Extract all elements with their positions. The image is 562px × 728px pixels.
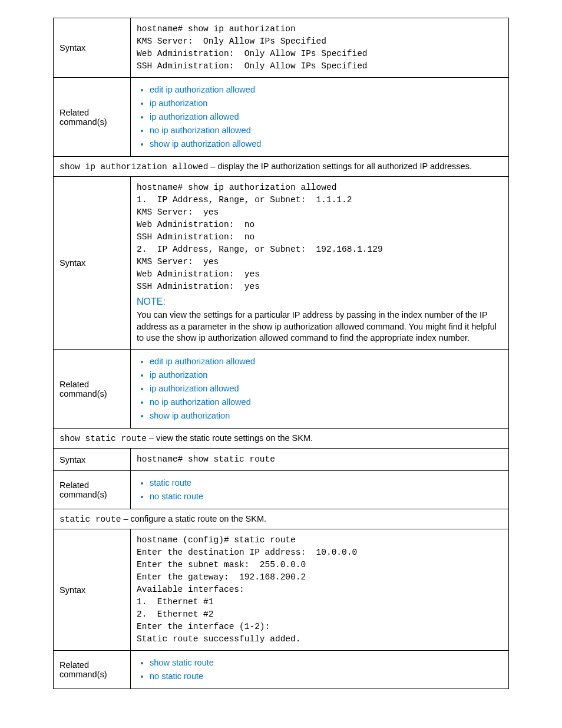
command-link[interactable]: ip authorization allowed bbox=[150, 112, 239, 121]
link-list: edit ip authorization allowed ip authori… bbox=[137, 84, 503, 150]
code-block: hostname (config)# static route Enter th… bbox=[137, 534, 503, 645]
syntax-cell: hostname# show static route bbox=[131, 449, 509, 471]
list-item: static route bbox=[150, 477, 503, 489]
list-item: ip authorization bbox=[150, 369, 503, 381]
related-cell: edit ip authorization allowed ip authori… bbox=[131, 78, 509, 157]
row-label: Related command(s) bbox=[54, 349, 131, 428]
link-list: show static route no static route bbox=[137, 657, 503, 683]
command-link[interactable]: static route bbox=[150, 478, 191, 487]
list-item: show static route bbox=[150, 657, 503, 669]
row-label: Syntax bbox=[54, 18, 131, 78]
related-cell: static route no static route bbox=[131, 471, 509, 509]
note-heading: NOTE: bbox=[137, 297, 503, 307]
link-list: static route no static route bbox=[137, 477, 503, 503]
command-link[interactable]: show static route bbox=[150, 658, 214, 667]
row-label: Related command(s) bbox=[54, 471, 131, 509]
command-link[interactable]: edit ip authorization allowed bbox=[150, 85, 255, 94]
command-desc-text: – display the IP authorization settings … bbox=[208, 162, 472, 171]
table-row: Related command(s) static route no stati… bbox=[54, 471, 509, 509]
command-link[interactable]: ip authorization allowed bbox=[150, 384, 239, 393]
list-item: no ip authorization allowed bbox=[150, 124, 503, 137]
command-link[interactable]: edit ip authorization allowed bbox=[150, 357, 255, 366]
table-row: Syntax hostname# show ip authorization K… bbox=[54, 18, 509, 78]
table-row: show static route – view the static rout… bbox=[54, 429, 509, 449]
syntax-cell: hostname# show ip authorization allowed … bbox=[131, 177, 509, 350]
list-item: edit ip authorization allowed bbox=[150, 84, 503, 96]
syntax-cell: hostname# show ip authorization KMS Serv… bbox=[131, 18, 509, 78]
command-name: static route bbox=[59, 515, 121, 524]
code-block: hostname# show static route bbox=[137, 453, 503, 466]
command-link[interactable]: show ip authorization bbox=[150, 411, 230, 420]
code-block: hostname# show ip authorization allowed … bbox=[137, 182, 503, 293]
command-link[interactable]: ip authorization bbox=[150, 370, 207, 380]
link-list: edit ip authorization allowed ip authori… bbox=[137, 355, 503, 422]
list-item: show ip authorization allowed bbox=[150, 138, 503, 150]
command-description: static route – configure a static route … bbox=[54, 509, 509, 529]
command-name: show static route bbox=[59, 434, 147, 443]
list-item: ip authorization allowed bbox=[150, 111, 503, 123]
table-row: Syntax hostname# show static route bbox=[54, 449, 509, 471]
table-row: Related command(s) edit ip authorization… bbox=[54, 78, 509, 157]
table-row: Related command(s) show static route no … bbox=[54, 651, 509, 689]
command-link[interactable]: no ip authorization allowed bbox=[150, 397, 251, 407]
code-block: hostname# show ip authorization KMS Serv… bbox=[137, 23, 503, 73]
list-item: edit ip authorization allowed bbox=[150, 355, 503, 368]
list-item: no ip authorization allowed bbox=[150, 396, 503, 409]
table-row: Related command(s) edit ip authorization… bbox=[54, 349, 509, 428]
command-description: show ip authorization allowed – display … bbox=[54, 157, 509, 177]
note-body: You can view the settings for a particul… bbox=[137, 309, 503, 344]
command-link[interactable]: no static route bbox=[150, 492, 203, 501]
command-desc-text: – view the static route settings on the … bbox=[147, 433, 313, 443]
command-link[interactable]: no ip authorization allowed bbox=[150, 126, 251, 135]
command-link[interactable]: ip authorization bbox=[150, 98, 207, 108]
table-row: static route – configure a static route … bbox=[54, 509, 509, 529]
command-reference-table: Syntax hostname# show ip authorization K… bbox=[53, 18, 509, 689]
table-row: Syntax hostname (config)# static route E… bbox=[54, 529, 509, 651]
table-row: Syntax hostname# show ip authorization a… bbox=[54, 177, 509, 350]
list-item: show ip authorization bbox=[150, 410, 503, 422]
row-label: Syntax bbox=[54, 177, 131, 350]
list-item: ip authorization bbox=[150, 97, 503, 110]
related-cell: show static route no static route bbox=[131, 651, 509, 689]
command-link[interactable]: no static route bbox=[150, 671, 203, 681]
row-label: Related command(s) bbox=[54, 78, 131, 157]
command-link[interactable]: show ip authorization allowed bbox=[150, 139, 261, 149]
list-item: no static route bbox=[150, 670, 503, 683]
table-row: show ip authorization allowed – display … bbox=[54, 157, 509, 177]
command-desc-text: – configure a static route on the SKM. bbox=[121, 514, 266, 523]
syntax-cell: hostname (config)# static route Enter th… bbox=[131, 529, 509, 651]
row-label: Syntax bbox=[54, 449, 131, 471]
command-name: show ip authorization allowed bbox=[59, 162, 208, 172]
row-label: Related command(s) bbox=[54, 651, 131, 689]
list-item: no static route bbox=[150, 490, 503, 503]
row-label: Syntax bbox=[54, 529, 131, 651]
related-cell: edit ip authorization allowed ip authori… bbox=[131, 349, 509, 428]
list-item: ip authorization allowed bbox=[150, 383, 503, 395]
command-description: show static route – view the static rout… bbox=[54, 429, 509, 449]
